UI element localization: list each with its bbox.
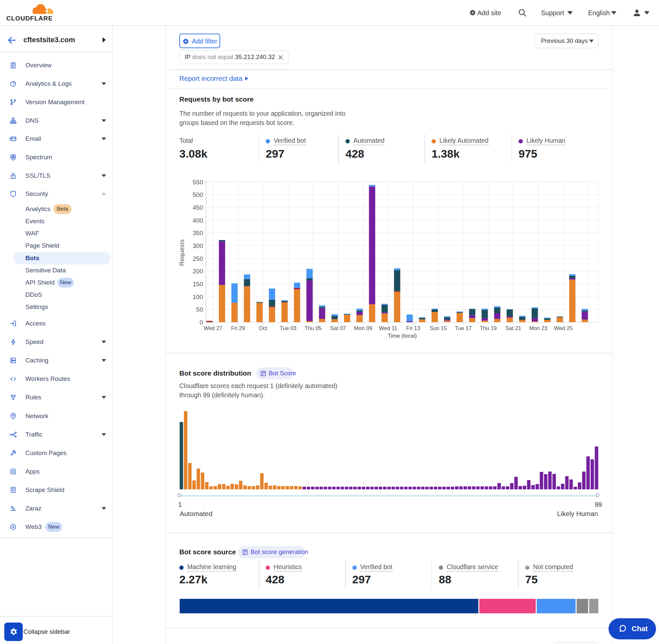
- svg-text:300: 300: [192, 243, 203, 249]
- svg-text:Mon 09: Mon 09: [354, 325, 372, 331]
- svg-text:100: 100: [192, 294, 203, 300]
- svg-text:Wed 25: Wed 25: [554, 325, 573, 331]
- svg-text:350: 350: [192, 230, 203, 236]
- svg-text:200: 200: [192, 268, 203, 275]
- svg-text:Oct: Oct: [259, 325, 267, 331]
- svg-text:0: 0: [199, 319, 203, 326]
- svg-text:Mon 23: Mon 23: [529, 325, 547, 331]
- svg-text:Tue 17: Tue 17: [455, 325, 472, 331]
- svg-text:Thu 19: Thu 19: [480, 325, 496, 331]
- svg-text:Wed 11: Wed 11: [379, 325, 397, 331]
- svg-text:Tue 03: Tue 03: [280, 325, 297, 331]
- svg-text:550: 550: [192, 179, 203, 186]
- svg-text:Fri 29: Fri 29: [231, 325, 245, 331]
- svg-text:Sat 21: Sat 21: [505, 325, 521, 331]
- svg-text:250: 250: [192, 255, 203, 262]
- svg-text:Sat 07: Sat 07: [330, 325, 346, 331]
- svg-text:50: 50: [196, 306, 203, 313]
- svg-text:500: 500: [192, 191, 203, 198]
- svg-text:450: 450: [192, 204, 203, 211]
- svg-text:150: 150: [192, 281, 203, 288]
- svg-text:Wed 27: Wed 27: [204, 325, 222, 331]
- svg-text:Fri 13: Fri 13: [406, 325, 420, 331]
- svg-text:Time (local): Time (local): [388, 333, 417, 339]
- svg-text:400: 400: [192, 217, 203, 224]
- svg-text:Thu 05: Thu 05: [305, 325, 322, 331]
- svg-text:Requests: Requests: [178, 239, 185, 266]
- svg-text:Sun 15: Sun 15: [429, 325, 447, 331]
